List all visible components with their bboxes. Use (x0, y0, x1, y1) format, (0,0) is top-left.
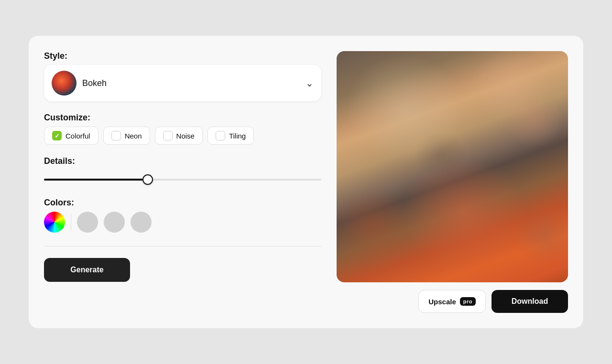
checkbox-colorful-label: Colorful (66, 132, 90, 140)
main-card: Style: Bokeh ⌄ Customize: Colorful Neon (29, 36, 583, 328)
checkbox-tiling-label: Tiling (229, 132, 246, 140)
checkbox-noise-box[interactable] (163, 131, 173, 140)
left-panel: Style: Bokeh ⌄ Customize: Colorful Neon (44, 51, 321, 282)
style-dropdown[interactable]: Bokeh ⌄ (44, 65, 321, 101)
checkbox-group: Colorful Neon Noise Tiling (44, 127, 321, 145)
bokeh-overlay (337, 51, 568, 282)
color-swatch-3[interactable] (131, 212, 152, 233)
color-swatch-1[interactable] (77, 212, 98, 233)
color-pickers (44, 212, 321, 233)
customize-section: Customize: Colorful Neon Noise Tiling (44, 113, 321, 145)
checkbox-neon[interactable]: Neon (103, 127, 150, 145)
upscale-label: Upscale (428, 298, 456, 306)
checkbox-colorful-box[interactable] (52, 131, 62, 140)
color-swatch-2[interactable] (104, 212, 125, 233)
color-divider (71, 214, 71, 231)
details-slider[interactable] (44, 179, 321, 181)
pro-badge: pro (460, 297, 476, 306)
checkbox-tiling-box[interactable] (216, 131, 225, 140)
style-label: Style: (44, 51, 321, 61)
colors-section: Colors: (44, 198, 321, 233)
checkbox-noise-label: Noise (176, 132, 195, 140)
generate-button[interactable]: Generate (44, 258, 130, 282)
chevron-down-icon: ⌄ (306, 77, 314, 89)
checkbox-noise[interactable]: Noise (155, 127, 203, 145)
slider-container (44, 170, 321, 186)
checkbox-colorful[interactable]: Colorful (44, 127, 98, 145)
style-section: Style: Bokeh ⌄ (44, 51, 321, 101)
color-wheel[interactable] (44, 212, 65, 233)
download-button[interactable]: Download (492, 290, 568, 313)
details-label: Details: (44, 156, 321, 166)
checkbox-neon-box[interactable] (111, 131, 121, 140)
action-buttons: Upscale pro Download (337, 290, 568, 313)
upscale-button[interactable]: Upscale pro (418, 290, 486, 313)
details-section: Details: (44, 156, 321, 186)
customize-label: Customize: (44, 113, 321, 123)
style-name: Bokeh (82, 78, 107, 88)
colors-label: Colors: (44, 198, 321, 208)
image-preview (337, 51, 568, 282)
checkbox-tiling[interactable]: Tiling (208, 127, 254, 145)
checkbox-neon-label: Neon (125, 132, 142, 140)
style-thumbnail (52, 71, 76, 96)
divider (44, 246, 321, 246)
right-panel: Upscale pro Download (337, 51, 568, 313)
